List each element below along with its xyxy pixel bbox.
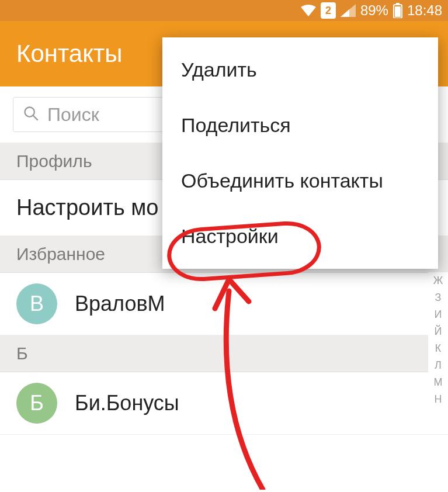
status-icons: 2 89% 18:48: [301, 2, 442, 19]
svg-point-3: [25, 108, 34, 117]
index-letter[interactable]: З: [435, 289, 442, 306]
index-letter[interactable]: Н: [435, 391, 442, 408]
index-letter[interactable]: К: [435, 340, 442, 357]
index-letter[interactable]: Ж: [433, 272, 443, 289]
contact-name: Би.Бонусы: [75, 391, 179, 415]
index-letter[interactable]: М: [434, 374, 443, 391]
clock: 18:48: [407, 2, 442, 19]
contact-name: ВраловМ: [75, 292, 165, 316]
avatar: Б: [16, 383, 57, 424]
sim-number: 2: [325, 5, 331, 17]
search-icon: [23, 105, 39, 124]
alphabet-index[interactable]: Ж З И Й К Л М Н: [428, 272, 448, 408]
index-letter[interactable]: Й: [435, 323, 442, 340]
menu-item-settings[interactable]: Настройки: [162, 209, 438, 264]
wifi-icon: [301, 5, 316, 16]
index-letter[interactable]: Л: [435, 357, 442, 374]
overflow-menu: Удалить Поделиться Объединить контакты Н…: [162, 37, 438, 269]
letter-header-b: Б: [0, 335, 448, 372]
battery-percent: 89%: [360, 2, 388, 19]
sim-card-icon: 2: [321, 2, 336, 19]
menu-item-merge-contacts[interactable]: Объединить контакты: [162, 153, 438, 209]
contact-row-vralovm[interactable]: В ВраловМ: [0, 273, 448, 335]
menu-item-delete[interactable]: Удалить: [162, 42, 438, 98]
svg-line-4: [33, 116, 38, 120]
battery-icon: [393, 3, 402, 18]
index-letter[interactable]: И: [435, 306, 442, 323]
menu-item-share[interactable]: Поделиться: [162, 98, 438, 153]
page-title: Контакты: [16, 40, 122, 68]
svg-rect-2: [395, 6, 401, 17]
search-placeholder: Поиск: [47, 104, 99, 126]
contact-row-bibonusy[interactable]: Б Би.Бонусы: [0, 372, 448, 435]
signal-icon: [341, 4, 356, 17]
avatar: В: [16, 283, 57, 324]
status-bar: 2 89% 18:48: [0, 0, 448, 21]
